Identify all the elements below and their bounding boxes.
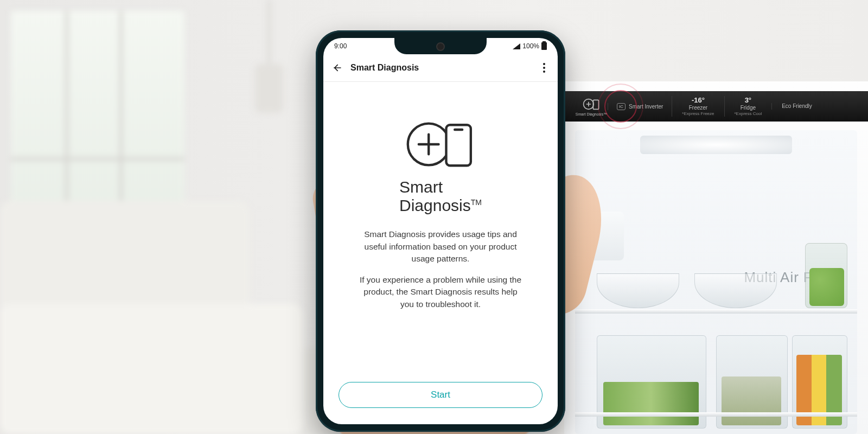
panel-inverter: IC Smart Inverter bbox=[608, 103, 672, 110]
panel-fridge: 3° Fridge *Express Cool bbox=[724, 96, 772, 116]
status-time: 9:00 bbox=[334, 42, 347, 50]
smart-diagnosis-icon bbox=[403, 118, 478, 170]
glass-bowl bbox=[597, 273, 679, 308]
vegetables bbox=[722, 376, 781, 425]
kebab-dot-icon bbox=[543, 71, 545, 73]
glass-shelf bbox=[575, 412, 857, 417]
back-button[interactable] bbox=[331, 62, 343, 74]
feature-title-line2: Diagnosis bbox=[399, 196, 471, 214]
front-camera-icon bbox=[436, 42, 445, 51]
appbar-title: Smart Diagnosis bbox=[350, 63, 419, 73]
feature-title: Smart DiagnosisTM bbox=[399, 178, 482, 214]
fridge-label: Fridge bbox=[735, 105, 762, 111]
trademark: TM bbox=[471, 198, 482, 207]
feature-paragraph-1: Smart Diagnosis provides usage tips and … bbox=[359, 228, 522, 265]
refrigerator-interior: Multi Air Flow bbox=[575, 130, 857, 434]
inverter-badge-icon: IC bbox=[617, 103, 626, 110]
peas bbox=[809, 268, 844, 306]
freezer-label: Freezer bbox=[682, 105, 714, 111]
panel-smart-diagnosis: Smart Diagnosis™ bbox=[575, 97, 608, 116]
arrow-left-icon bbox=[331, 62, 342, 73]
panel-freezer: -16° Freezer *Express Freeze bbox=[672, 96, 724, 116]
kebab-dot-icon bbox=[543, 67, 545, 69]
panel-inverter-label: Smart Inverter bbox=[629, 104, 663, 110]
kebab-dot-icon bbox=[543, 63, 545, 65]
status-battery-text: 100% bbox=[522, 42, 539, 50]
panel-sd-label: Smart Diagnosis™ bbox=[575, 112, 608, 116]
feature-description: Smart Diagnosis provides usage tips and … bbox=[359, 228, 522, 319]
freezer-temp: -16° bbox=[682, 96, 714, 105]
smart-diagnosis-panel-icon bbox=[582, 97, 601, 111]
svg-rect-3 bbox=[446, 125, 470, 165]
fridge-sub: *Express Cool bbox=[735, 111, 762, 117]
start-button[interactable]: Start bbox=[339, 382, 542, 408]
vegetables bbox=[603, 382, 699, 425]
signal-icon bbox=[513, 43, 520, 49]
marketing-scene: Smart Diagnosis™ IC Smart Inverter -16° … bbox=[0, 0, 868, 434]
screen-content: Smart DiagnosisTM Smart Diagnosis provid… bbox=[323, 81, 558, 424]
smart-diagnosis-logo bbox=[403, 118, 478, 173]
fridge-temp: 3° bbox=[735, 96, 762, 105]
feature-paragraph-2: If you experience a problem while using … bbox=[359, 274, 522, 310]
more-options-button[interactable] bbox=[538, 62, 550, 74]
start-button-label: Start bbox=[431, 390, 450, 400]
phone-notch bbox=[394, 38, 487, 54]
eco-label: Eco Friendly bbox=[782, 103, 812, 110]
glass-bowl bbox=[694, 273, 777, 308]
freezer-sub: *Express Freeze bbox=[682, 111, 714, 117]
smartphone: 9:00 100% Smart Diagnosis bbox=[316, 30, 565, 432]
refrigerator-control-panel: Smart Diagnosis™ IC Smart Inverter -16° … bbox=[564, 91, 868, 122]
battery-icon bbox=[541, 42, 547, 50]
door-bin bbox=[575, 212, 624, 260]
app-bar: Smart Diagnosis bbox=[323, 54, 558, 82]
panel-eco: Eco Friendly bbox=[771, 103, 822, 110]
glass-shelf bbox=[575, 309, 857, 314]
fridge-led-light bbox=[640, 136, 792, 154]
feature-title-line1: Smart bbox=[399, 178, 443, 196]
phone-screen: 9:00 100% Smart Diagnosis bbox=[323, 38, 558, 424]
